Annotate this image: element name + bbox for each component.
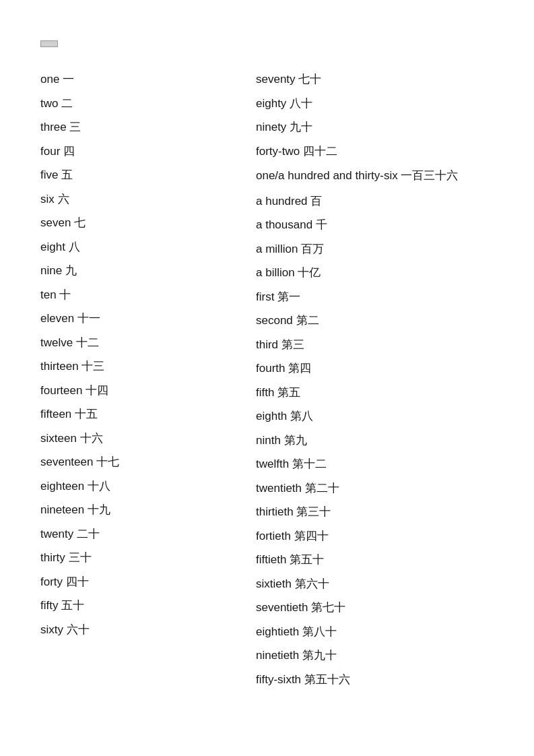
list-item: fifteen 十五 (40, 406, 256, 423)
list-item: fifth 第五 (256, 384, 494, 402)
chinese-word: 十三 (81, 360, 104, 373)
chinese-word: 百万 (301, 243, 324, 255)
english-word: fifty (40, 599, 58, 612)
english-word: third (256, 338, 278, 351)
chinese-word: 九 (65, 264, 77, 277)
list-item: six 六 (40, 191, 256, 208)
chinese-word: 九十 (290, 121, 312, 133)
chinese-word: 第三 (281, 338, 304, 351)
list-item: second 第二 (256, 312, 494, 329)
english-word: three (40, 121, 67, 133)
list-item: three 三 (40, 119, 256, 136)
english-word: seventeen (40, 455, 93, 468)
english-word: eleven (40, 312, 74, 325)
chinese-word: 五 (61, 168, 73, 181)
english-word: two (40, 97, 58, 110)
chinese-word: 八十 (290, 97, 312, 110)
section-title (40, 40, 58, 47)
list-item: sixtieth 第六十 (256, 575, 494, 593)
list-item: fourth 第四 (256, 360, 494, 377)
chinese-word: 一 (63, 73, 74, 86)
chinese-word: 七十 (298, 73, 321, 86)
list-item: four 四 (40, 143, 256, 160)
list-item: sixteen 十六 (40, 430, 256, 447)
chinese-word: 第二 (296, 314, 319, 327)
chinese-word: 千 (316, 218, 327, 231)
english-word: nineteen (40, 503, 84, 516)
chinese-word: 十亿 (298, 266, 321, 279)
chinese-word: 二 (61, 97, 73, 110)
english-word: thirtieth (256, 505, 294, 518)
list-item: twentieth 第二十 (256, 480, 494, 497)
chinese-word: 十九 (88, 503, 110, 516)
list-item: a billion 十亿 (256, 264, 494, 282)
english-word: five (40, 168, 58, 181)
chinese-word: 十二 (76, 336, 99, 349)
english-word: a billion (256, 266, 295, 279)
chinese-word: 一百三十六 (401, 169, 458, 182)
chinese-word: 三十 (69, 551, 92, 564)
chinese-word: 四 (63, 145, 75, 158)
english-word: first (256, 290, 274, 303)
list-item: eight 八 (40, 239, 256, 256)
list-item: eighth 第八 (256, 408, 494, 425)
english-word: twelve (40, 336, 73, 349)
list-item: fifty 五十 (40, 597, 256, 615)
list-item: ninety 九十 (256, 119, 494, 136)
chinese-word: 十一 (77, 312, 100, 325)
list-item: a hundred 百 (256, 193, 494, 210)
list-item: ten 十 (40, 286, 256, 304)
english-word: a thousand (256, 218, 312, 231)
english-word: sixteen (40, 432, 77, 445)
list-item: seventy 七十 (256, 71, 494, 88)
english-word: a hundred (256, 195, 308, 208)
chinese-word: 第九十 (302, 649, 337, 662)
english-word: eighty (256, 97, 286, 110)
list-item: twenty 二十 (40, 526, 256, 543)
list-item: fortieth 第四十 (256, 528, 494, 545)
english-word: one/a hundred and thirty-six (256, 169, 398, 182)
list-item: seventeen 十七 (40, 453, 256, 471)
chinese-word: 第一 (277, 290, 300, 303)
english-word: twentieth (256, 482, 302, 495)
chinese-word: 七 (74, 216, 86, 229)
english-word: fortieth (256, 530, 291, 542)
chinese-word: 十 (59, 288, 71, 301)
english-word: nine (40, 264, 62, 277)
english-word: thirty (40, 551, 65, 564)
english-word: a million (256, 243, 298, 255)
list-item: twelve 十二 (40, 334, 256, 352)
list-item: eighteen 十八 (40, 478, 256, 495)
chinese-word: 二十 (77, 528, 100, 540)
list-item: ninth 第九 (256, 432, 494, 449)
chinese-word: 第五十六 (304, 673, 350, 686)
chinese-word: 第八十 (302, 625, 337, 638)
chinese-word: 第四十 (294, 530, 329, 542)
english-word: eighth (256, 410, 287, 422)
chinese-word: 六 (58, 193, 69, 206)
right-column: seventy 七十eighty 八十ninety 九十forty-two 四十… (256, 71, 494, 695)
list-item: nine 九 (40, 262, 256, 280)
list-item: a million 百万 (256, 241, 494, 258)
list-item: thirtieth 第三十 (256, 503, 494, 521)
list-item: sixty 六十 (40, 621, 256, 639)
english-word: twenty (40, 528, 73, 540)
list-item: thirty 三十 (40, 549, 256, 567)
chinese-word: 八 (69, 241, 80, 253)
chinese-word: 十七 (96, 455, 119, 468)
list-item: first 第一 (256, 288, 494, 306)
chinese-word: 第六十 (295, 577, 329, 590)
list-item: seven 七 (40, 214, 256, 232)
english-word: second (256, 314, 293, 327)
english-word: ten (40, 288, 57, 301)
chinese-word: 第九 (284, 434, 307, 447)
english-word: fourteen (40, 384, 82, 397)
list-item: one 一 (40, 71, 256, 88)
english-word: twelfth (256, 458, 289, 470)
english-word: one (40, 73, 59, 86)
header-section (40, 40, 494, 71)
list-item: forty-two 四十二 (256, 143, 494, 160)
chinese-word: 第七十 (311, 601, 345, 614)
english-word: fifth (256, 386, 274, 399)
list-item: a thousand 千 (256, 216, 494, 234)
